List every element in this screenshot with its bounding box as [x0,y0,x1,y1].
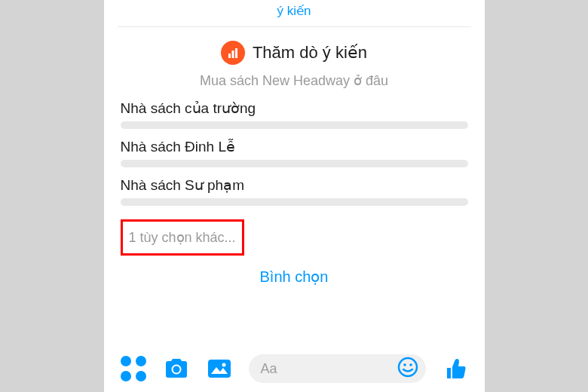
camera-icon[interactable] [163,357,190,380]
svg-rect-5 [208,360,231,378]
poll-option-label: Nhà sách Sư phạm [121,176,468,198]
poll-title: Thăm dò ý kiến [253,43,367,63]
poll-header: Thăm dò ý kiến [104,27,485,69]
message-placeholder: Aa [261,361,391,377]
like-icon[interactable] [443,356,468,381]
svg-point-9 [409,363,412,366]
poll-option[interactable]: Nhà sách Đinh Lễ [121,138,468,167]
composer-toolbar: Aa [104,347,485,392]
svg-rect-1 [231,51,234,58]
poll-option[interactable]: Nhà sách Sư phạm [121,176,468,206]
poll-option-bar [121,160,468,167]
poll-option-label: Nhà sách của trường [121,100,468,121]
poll-option-label: Nhà sách Đinh Lễ [121,138,468,160]
poll-option-bar [121,121,468,129]
vote-button[interactable]: Bình chọn [104,256,485,292]
header-link[interactable]: ý kiến [118,0,471,27]
messenger-panel: ý kiến Thăm dò ý kiến Mua sách New Headw… [104,0,485,392]
poll-option-bar [121,198,468,206]
svg-rect-2 [235,48,237,58]
gallery-icon[interactable] [207,357,232,380]
svg-point-7 [399,358,417,376]
svg-point-4 [173,366,179,373]
poll-icon [221,41,245,65]
apps-icon[interactable] [121,356,146,381]
emoji-icon[interactable] [397,357,418,381]
svg-rect-0 [228,54,231,58]
poll-option[interactable]: Nhà sách của trường [121,100,468,129]
poll-question: Mua sách New Headway ở đâu [104,69,485,100]
message-input[interactable]: Aa [249,354,426,383]
svg-point-8 [403,363,406,366]
more-options-link[interactable]: 1 tùy chọn khác... [121,219,244,256]
svg-point-6 [222,363,225,367]
poll-options: Nhà sách của trường Nhà sách Đinh Lễ Nhà… [104,100,485,215]
